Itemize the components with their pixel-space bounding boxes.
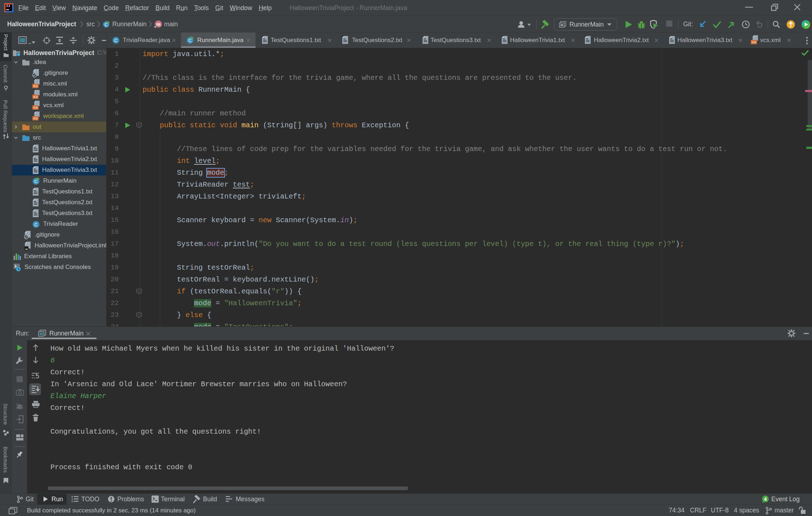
svg-text:<>: <>	[33, 117, 38, 121]
svg-text:C: C	[114, 38, 118, 43]
svg-text:4: 4	[764, 496, 767, 502]
svg-text:<>: <>	[33, 84, 38, 88]
svg-text:<>: <>	[33, 106, 38, 110]
svg-text:m: m	[156, 22, 161, 27]
svg-text:C: C	[34, 222, 38, 227]
svg-text:<>: <>	[752, 40, 757, 45]
svg-text:<>: <>	[33, 95, 38, 99]
